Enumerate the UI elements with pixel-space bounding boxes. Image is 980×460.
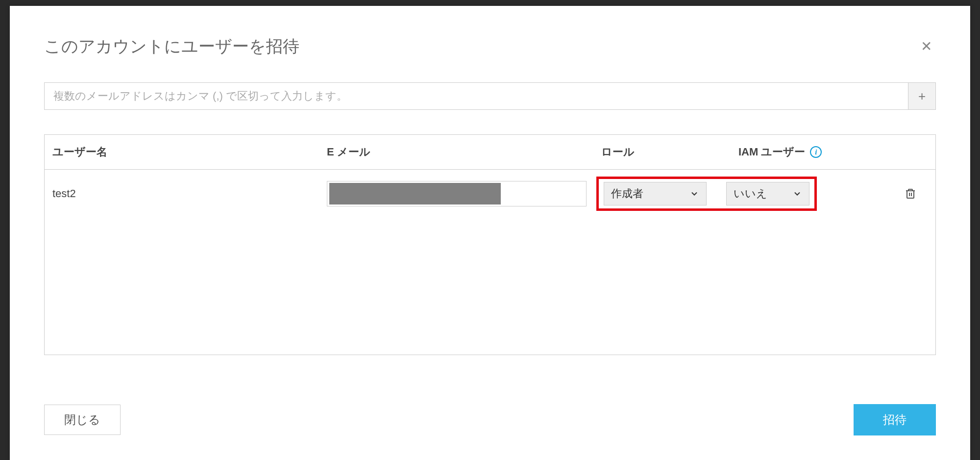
chevron-down-icon [792,189,802,199]
modal-footer: 閉じる 招待 [44,375,936,435]
col-header-iam: IAM ユーザー i [738,145,893,159]
iam-dropdown[interactable]: いいえ [726,182,809,205]
email-input-row: + [44,82,936,110]
add-email-button[interactable]: + [908,82,936,110]
col-header-role: ロール [601,145,738,159]
email-input[interactable] [44,82,908,110]
chevron-down-icon [689,189,699,199]
cell-email [327,181,601,206]
user-table: ユーザー名 E メール ロール IAM ユーザー i test2 [44,134,936,355]
col-header-email: E メール [327,145,601,159]
info-icon[interactable]: i [810,146,822,158]
modal-title: このアカウントにユーザーを招待 [44,35,299,58]
cell-username: test2 [52,187,327,200]
close-button[interactable]: 閉じる [44,405,121,435]
close-icon[interactable]: ✕ [917,38,936,55]
col-header-username: ユーザー名 [52,145,327,159]
user-table-body: test2 作成者 いいえ [45,170,935,355]
col-header-actions [893,145,928,159]
iam-dropdown-label: いいえ [734,186,767,201]
role-dropdown-label: 作成者 [611,186,643,201]
email-field[interactable] [327,181,587,206]
role-dropdown[interactable]: 作成者 [604,182,707,205]
trash-icon[interactable] [905,187,916,200]
plus-icon: + [918,89,926,104]
invite-user-modal: このアカウントにユーザーを招待 ✕ + ユーザー名 E メール ロール IAM … [10,6,970,460]
modal-header: このアカウントにユーザーを招待 ✕ [44,35,936,58]
cell-actions [893,187,928,200]
svg-rect-0 [907,191,914,198]
highlight-annotation: 作成者 いいえ [596,177,817,211]
table-row: test2 作成者 いいえ [45,170,935,218]
col-header-iam-label: IAM ユーザー [738,145,805,159]
invite-button[interactable]: 招待 [854,404,936,435]
email-redacted-block [329,183,501,204]
user-table-header: ユーザー名 E メール ロール IAM ユーザー i [45,135,935,170]
cell-role-iam-group: 作成者 いいえ [601,177,817,211]
